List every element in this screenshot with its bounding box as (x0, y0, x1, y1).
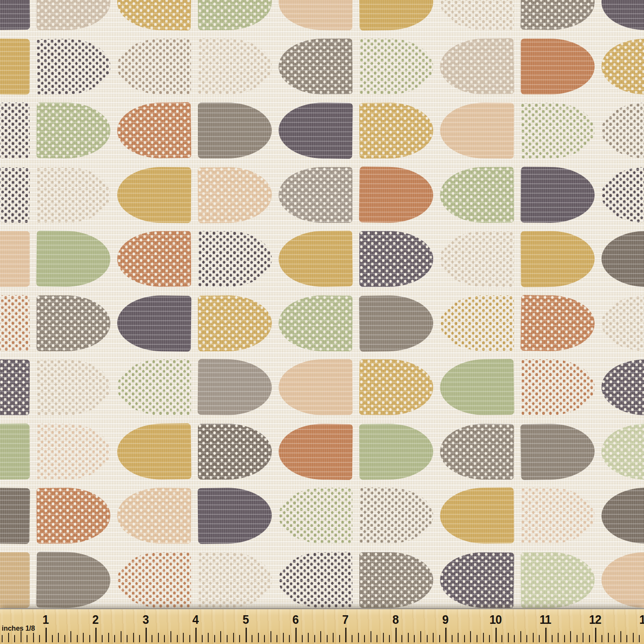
pattern-shape-dot-charcoalDot (36, 38, 111, 94)
pattern-shape-solid-peach (601, 552, 644, 608)
ruler-number-9: 9 (442, 612, 448, 627)
pattern-shape-solid-beige (440, 38, 514, 94)
pattern-shape-dot-charcoalDot (198, 231, 272, 287)
ruler-minor-tick (170, 631, 171, 642)
ruler-minor-tick (239, 635, 240, 642)
pattern-shape-solid-sage (36, 231, 111, 287)
ruler-minor-tick (420, 631, 421, 642)
pattern-shape-solid-mustard (117, 423, 191, 480)
pattern-shape-dot-beigeFaintDot (440, 0, 514, 30)
ruler-minor-tick (283, 633, 284, 642)
ruler-minor-tick (489, 635, 490, 642)
pattern-shape-solid-sageLight (521, 552, 595, 608)
ruler-inch-tick (495, 628, 497, 642)
ruler-minor-tick (21, 631, 21, 642)
ruler-minor-tick (533, 633, 534, 642)
pattern-shape-solid-taupeLight (279, 167, 352, 223)
ruler-minor-tick (227, 635, 228, 642)
pattern-shape-solid-tan (0, 552, 30, 608)
ruler-inch-tick (246, 628, 247, 642)
pattern-shape-solid-mustard (601, 38, 644, 94)
ruler-minor-tick (558, 633, 559, 642)
pattern-shape-dot-beigeFaintDot (198, 552, 272, 608)
ruler-minor-tick (439, 635, 440, 642)
pattern-shape-solid-sage (440, 167, 514, 223)
pattern-shape-dot-tanDot (117, 39, 191, 94)
pattern-shape-dot-beigeFaintDot (197, 38, 272, 94)
pattern-shape-solid-terracotta (117, 102, 191, 159)
pattern-shape-solid-mustard (359, 359, 434, 415)
ruler-minor-tick (477, 635, 477, 642)
ruler-minor-tick (89, 635, 90, 642)
pattern-shape-solid-peach (197, 166, 272, 223)
ruler-inch-tick (195, 628, 197, 642)
ruler-minor-tick (508, 633, 509, 642)
ruler-minor-tick (327, 635, 328, 642)
ruler-inch-tick (46, 628, 47, 642)
ruler-number-6: 6 (292, 612, 298, 627)
ruler-number-1: 1 (43, 612, 49, 627)
ruler-minor-tick (83, 633, 84, 642)
ruler-minor-tick (320, 631, 321, 642)
ruler-minor-tick (102, 635, 103, 642)
ruler-minor-tick (158, 633, 159, 642)
ruler-minor-tick (220, 631, 221, 642)
ruler-inch-tick (545, 628, 547, 642)
ruler-minor-tick (352, 635, 352, 642)
ruler-inch-tick (595, 628, 596, 642)
ruler-minor-tick (383, 633, 384, 642)
ruler-minor-tick (520, 631, 521, 642)
pattern-shape-solid-terracotta (278, 423, 353, 480)
ruler-minor-tick (501, 635, 502, 642)
ruler-number-11: 11 (540, 612, 551, 627)
pattern-shape-dot-mustardDot (440, 295, 514, 351)
pattern-shape-solid-terracotta (36, 487, 111, 544)
ruler-inch-tick (445, 628, 447, 642)
ruler-minor-tick (2, 635, 3, 642)
ruler-minor-tick (458, 633, 459, 642)
ruler-minor-tick (608, 633, 609, 642)
ruler-minor-tick (276, 635, 277, 642)
pattern-shape-dot-taupeDot (601, 103, 644, 158)
pattern-shape-solid-mustard (278, 231, 353, 287)
pattern-shape-solid-purple (278, 102, 353, 159)
ruler-minor-tick (577, 635, 577, 642)
ruler-minor-tick (77, 635, 78, 642)
ruler-minor-tick (514, 635, 515, 642)
ruler-inch-tick (146, 628, 147, 642)
ruler-units-label: inches 1/8 (2, 625, 35, 632)
ruler-minor-tick (464, 635, 465, 642)
pattern-shape-solid-taupeDark (601, 487, 644, 544)
ruler-number-7: 7 (342, 612, 348, 627)
ruler-minor-tick (70, 631, 71, 642)
pattern-shape-dot-taupeDot (359, 487, 434, 544)
pattern-shape-solid-purple (0, 359, 30, 415)
ruler-minor-tick (614, 635, 615, 642)
pattern-shape-solid-mustard (117, 167, 191, 223)
ruler-minor-tick (364, 635, 365, 642)
pattern-shape-solid-sage (440, 359, 514, 416)
ruler-minor-tick (302, 635, 303, 642)
ruler-minor-tick (483, 633, 484, 642)
ruler-inch-tick (395, 628, 397, 642)
ruler-minor-tick (264, 635, 265, 642)
pattern-shape-solid-peach (279, 0, 353, 30)
ruler-minor-tick (177, 635, 178, 642)
pattern-shape-dot-terracottaDot (521, 359, 595, 415)
ruler-number-2: 2 (92, 612, 98, 627)
pattern-shape-solid-sage (198, 0, 272, 30)
ruler-minor-tick (33, 633, 34, 642)
pattern-shape-solid-beige (36, 0, 110, 30)
pattern-shape-dot-sageDot (520, 102, 595, 159)
ruler-minor-tick (358, 633, 359, 642)
ruler-minor-tick (601, 635, 602, 642)
ruler-number-10: 10 (489, 612, 501, 627)
ruler-minor-tick (252, 635, 252, 642)
ruler-inch-tick (295, 628, 297, 642)
ruler-minor-tick (539, 635, 540, 642)
ruler-minor-tick (183, 633, 184, 642)
pattern-shape-solid-taupe (520, 0, 595, 30)
ruler-minor-tick (208, 633, 209, 642)
ruler-minor-tick (427, 635, 428, 642)
ruler-minor-tick (127, 635, 128, 642)
